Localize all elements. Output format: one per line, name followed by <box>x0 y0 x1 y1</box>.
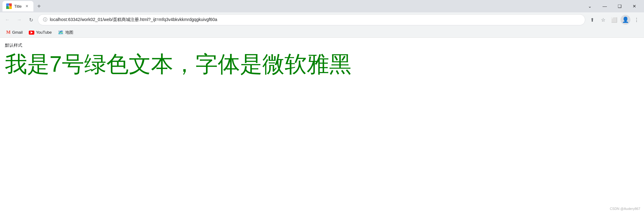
youtube-label: YouTube <box>36 30 52 35</box>
toolbar: ← → ↻ ⓘ localhost:63342/work02_01/web/蛋糕… <box>0 12 644 27</box>
split-screen-icon[interactable]: ⬜ <box>609 15 619 25</box>
default-style-label: 默认样式 <box>5 43 639 48</box>
tab-close-button[interactable]: ✕ <box>24 3 30 9</box>
gmail-label: Gmail <box>12 30 23 35</box>
maps-icon: 🗺️ <box>58 30 64 35</box>
refresh-button[interactable]: ↻ <box>26 15 36 25</box>
bookmark-icon[interactable]: ☆ <box>598 15 608 25</box>
info-icon: ⓘ <box>43 17 47 23</box>
svg-text:T: T <box>8 5 10 8</box>
main-text: 我是7号绿色文本，字体是微软雅黑 <box>5 51 639 77</box>
tab-title: Title <box>14 4 22 9</box>
profile-button[interactable]: 👤 <box>620 15 630 25</box>
bookmark-youtube[interactable]: YouTube <box>26 29 54 36</box>
title-bar: T Title ✕ + ⌄ — ❑ ✕ <box>0 0 644 12</box>
chevron-down-button[interactable]: ⌄ <box>583 1 597 11</box>
gmail-icon: M <box>6 30 11 35</box>
close-button[interactable]: ✕ <box>627 1 642 11</box>
new-tab-button[interactable]: + <box>35 2 43 11</box>
forward-button[interactable]: → <box>14 15 24 25</box>
address-bar[interactable]: ⓘ localhost:63342/work02_01/web/蛋糕商城注册.h… <box>38 14 585 25</box>
back-button[interactable]: ← <box>2 15 12 25</box>
page-content: 默认样式 我是7号绿色文本，字体是微软雅黑 CSDN @Audery867 <box>0 38 644 213</box>
bookmark-maps[interactable]: 🗺️ 地图 <box>55 28 76 36</box>
bookmarks-bar: M Gmail YouTube 🗺️ 地图 <box>0 27 644 38</box>
watermark: CSDN @Audery867 <box>610 207 640 211</box>
browser-window: T Title ✕ + ⌄ — ❑ ✕ ← → ↻ ⓘ localhost:63… <box>0 0 644 213</box>
youtube-icon <box>29 30 34 35</box>
minimize-button[interactable]: — <box>598 1 612 11</box>
browser-tab[interactable]: T Title ✕ <box>2 1 33 11</box>
title-bar-left: T Title ✕ + <box>2 1 43 11</box>
url-text: localhost:63342/work02_01/web/蛋糕商城注册.htm… <box>50 17 580 23</box>
tab-favicon: T <box>6 3 12 9</box>
maps-label: 地图 <box>65 30 73 35</box>
toolbar-right: ⬆ ☆ ⬜ 👤 ⋮ <box>587 15 642 25</box>
bookmark-gmail[interactable]: M Gmail <box>4 28 25 36</box>
share-icon[interactable]: ⬆ <box>587 15 597 25</box>
more-icon[interactable]: ⋮ <box>632 15 642 25</box>
title-bar-controls: ⌄ — ❑ ✕ <box>583 1 642 11</box>
restore-button[interactable]: ❑ <box>612 1 627 11</box>
